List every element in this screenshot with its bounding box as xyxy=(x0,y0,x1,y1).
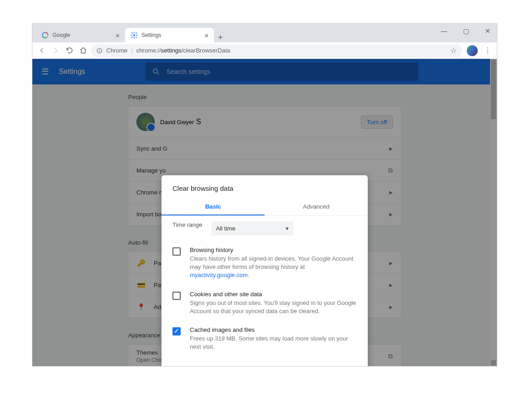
option-desc: Clears history from all signed-in device… xyxy=(190,255,357,280)
option-cache: Cached images and files Frees up 319 MB.… xyxy=(162,321,368,356)
address-bar[interactable]: Chrome | chrome://settings/clearBrowserD… xyxy=(91,44,462,57)
option-desc: Frees up 319 MB. Some sites may load mor… xyxy=(190,335,357,351)
clear-browsing-dialog: Clear browsing data Basic Advanced Time … xyxy=(162,175,368,366)
checkbox-cookies[interactable] xyxy=(172,292,181,300)
tab-title: Google xyxy=(52,32,70,38)
option-title: Cookies and other site data xyxy=(190,291,357,298)
checkbox-history[interactable] xyxy=(172,247,181,256)
content-area: ☰ Settings Search settings People David … xyxy=(32,59,497,366)
dialog-title: Clear browsing data xyxy=(162,184,368,192)
close-tab-icon[interactable]: × xyxy=(115,31,120,39)
option-cookies: Cookies and other site data Signs you ou… xyxy=(162,285,368,321)
tab-google[interactable]: Google × xyxy=(36,28,125,42)
minimize-button[interactable]: — xyxy=(438,26,450,36)
dialog-tabs: Basic Advanced xyxy=(162,199,368,216)
svg-point-3 xyxy=(99,49,100,50)
menu-button[interactable]: ⋮ xyxy=(482,46,493,55)
site-info-icon[interactable] xyxy=(96,47,103,54)
url-text: chrome://settings/clearBrowserData xyxy=(136,47,230,54)
new-tab-button[interactable]: + xyxy=(214,33,227,42)
checkbox-cache[interactable] xyxy=(172,327,181,335)
forward-button[interactable] xyxy=(50,45,62,57)
url-chip: Chrome xyxy=(106,47,127,54)
settings-gear-icon xyxy=(130,31,138,39)
maximize-button[interactable]: ▢ xyxy=(459,26,472,36)
home-button[interactable] xyxy=(77,45,89,57)
option-title: Browsing history xyxy=(190,246,357,253)
tab-advanced[interactable]: Advanced xyxy=(265,199,368,215)
tab-strip: Google × Settings × + xyxy=(32,27,497,42)
close-tab-icon[interactable]: × xyxy=(204,31,209,39)
close-window-button[interactable]: ✕ xyxy=(481,26,494,36)
option-desc: Signs you out of most sites. You'll stay… xyxy=(190,299,357,315)
tab-settings[interactable]: Settings × xyxy=(125,28,214,42)
option-title: Cached images and files xyxy=(190,326,357,333)
time-range-label: Time range xyxy=(172,221,202,228)
svg-point-1 xyxy=(133,34,135,36)
reload-button[interactable] xyxy=(63,45,75,57)
svg-rect-4 xyxy=(99,50,99,52)
toolbar: Chrome | chrome://settings/clearBrowserD… xyxy=(32,42,497,59)
google-icon xyxy=(42,31,49,39)
time-range-select[interactable]: All time xyxy=(211,221,293,236)
myactivity-link[interactable]: myactivity.google.com xyxy=(190,272,248,278)
option-browsing-history: Browsing history Clears history from all… xyxy=(162,241,368,285)
tab-basic[interactable]: Basic xyxy=(162,199,265,215)
tab-title: Settings xyxy=(141,32,161,38)
chrome-window: — ▢ ✕ Google × Settings × + Chrome | xyxy=(32,23,497,367)
time-range-row: Time range All time xyxy=(162,216,368,241)
back-button[interactable] xyxy=(36,45,48,57)
bookmark-star-icon[interactable]: ☆ xyxy=(450,46,457,55)
profile-avatar[interactable] xyxy=(467,45,478,56)
window-controls: — ▢ ✕ xyxy=(438,26,494,36)
